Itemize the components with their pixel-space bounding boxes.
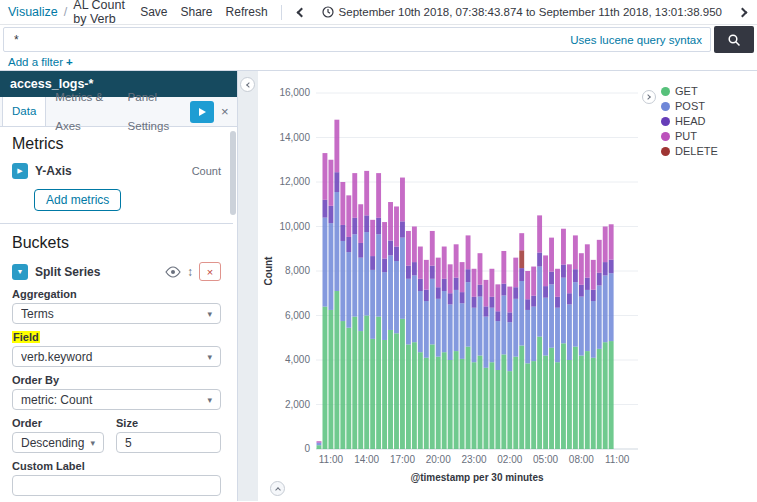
bar-segment-head[interactable] bbox=[364, 215, 369, 232]
bar-segment-get[interactable] bbox=[507, 371, 512, 449]
bar-segment-post[interactable] bbox=[364, 232, 369, 315]
bar-segment-put[interactable] bbox=[507, 287, 512, 313]
query-input-box[interactable]: Uses lucene query syntax bbox=[3, 27, 711, 52]
bar-segment-get[interactable] bbox=[466, 347, 471, 449]
bar-segment-head[interactable] bbox=[472, 297, 477, 308]
bar-segment-put[interactable] bbox=[382, 222, 387, 258]
bar-segment-post[interactable] bbox=[489, 308, 494, 363]
bar-segment-post[interactable] bbox=[585, 290, 590, 351]
bar-segment-put[interactable] bbox=[573, 235, 578, 269]
bar-segment-head[interactable] bbox=[567, 293, 572, 304]
bar-segment-post[interactable] bbox=[472, 308, 477, 363]
legend-item-delete[interactable]: DELETE bbox=[661, 145, 718, 157]
bar-segment-put[interactable] bbox=[597, 240, 602, 273]
bar-segment-get[interactable] bbox=[406, 344, 411, 449]
remove-bucket-button[interactable]: × bbox=[199, 262, 221, 281]
bar-segment-get[interactable] bbox=[513, 357, 518, 449]
bar-segment-head[interactable] bbox=[519, 268, 524, 281]
bar-segment-get[interactable] bbox=[567, 360, 572, 449]
bar-segment-put[interactable] bbox=[495, 284, 500, 311]
bar-segment-get[interactable] bbox=[364, 316, 369, 450]
bar-segment-head[interactable] bbox=[424, 290, 429, 301]
bar-segment-get[interactable] bbox=[489, 362, 494, 449]
bar-segment-put[interactable] bbox=[430, 231, 435, 266]
bar-segment-put[interactable] bbox=[376, 173, 381, 218]
bar-segment-put[interactable] bbox=[603, 227, 608, 263]
bar-segment-put[interactable] bbox=[424, 260, 429, 290]
bar-segment-get[interactable] bbox=[340, 321, 345, 449]
save-button[interactable]: Save bbox=[140, 5, 167, 19]
reorder-icon[interactable]: ↕ bbox=[187, 266, 193, 278]
bar-segment-head[interactable] bbox=[358, 243, 363, 258]
bar-segment-get[interactable] bbox=[525, 363, 530, 449]
collapse-editor-button[interactable] bbox=[240, 77, 255, 92]
bar-segment-head[interactable] bbox=[388, 241, 393, 256]
bar-segment-head[interactable] bbox=[501, 284, 506, 296]
bar-segment-put[interactable] bbox=[334, 120, 339, 173]
bar-segment-post[interactable] bbox=[424, 301, 429, 358]
legend-toggle-button[interactable] bbox=[642, 90, 656, 104]
bar-segment-get[interactable] bbox=[352, 317, 357, 449]
bar-segment-head[interactable] bbox=[460, 292, 465, 303]
bar-segment-head[interactable] bbox=[537, 253, 542, 267]
bar-segment-post[interactable] bbox=[579, 297, 584, 356]
bar-segment-post[interactable] bbox=[382, 272, 387, 340]
bar-segment-put[interactable] bbox=[412, 227, 417, 263]
bar-segment-head[interactable] bbox=[382, 259, 387, 273]
bar-segment-head[interactable] bbox=[322, 200, 327, 218]
order-select[interactable]: Descending ▾ bbox=[12, 432, 104, 453]
sidebar-scrollbar-thumb[interactable] bbox=[230, 131, 236, 215]
bar-segment-post[interactable] bbox=[436, 299, 441, 357]
bar-segment-put[interactable] bbox=[543, 255, 548, 286]
bar-segment-put[interactable] bbox=[537, 215, 542, 252]
bar-segment-get[interactable] bbox=[537, 337, 542, 449]
add-metrics-button[interactable]: Add metrics bbox=[34, 189, 121, 211]
bar-segment-post[interactable] bbox=[454, 290, 459, 351]
bar-segment-get[interactable] bbox=[317, 445, 322, 449]
bar-segment-head[interactable] bbox=[525, 299, 530, 310]
legend-item-head[interactable]: HEAD bbox=[661, 115, 718, 127]
bar-segment-get[interactable] bbox=[418, 352, 423, 449]
bar-segment-get[interactable] bbox=[519, 346, 524, 449]
bar-segment-put[interactable] bbox=[418, 247, 423, 279]
bar-segment-head[interactable] bbox=[352, 218, 357, 234]
bar-segment-head[interactable] bbox=[507, 312, 512, 322]
bar-segment-put[interactable] bbox=[442, 247, 447, 279]
query-input[interactable] bbox=[12, 32, 562, 48]
bar-segment-head[interactable] bbox=[448, 293, 453, 304]
y-axis-expand-button[interactable]: ▶ bbox=[12, 163, 28, 179]
bar-segment-head[interactable] bbox=[454, 278, 459, 290]
bar-segment-get[interactable] bbox=[382, 340, 387, 449]
scroll-up-button[interactable] bbox=[270, 481, 285, 496]
bar-segment-put[interactable] bbox=[460, 262, 465, 292]
bar-segment-put[interactable] bbox=[579, 253, 584, 285]
add-filter-button[interactable]: Add a filter+ bbox=[8, 56, 73, 68]
bar-segment-get[interactable] bbox=[358, 331, 363, 449]
bar-segment-head[interactable] bbox=[591, 290, 596, 301]
bar-segment-head[interactable] bbox=[549, 272, 554, 285]
bar-segment-head[interactable] bbox=[376, 218, 381, 234]
bar-segment-head[interactable] bbox=[585, 278, 590, 290]
bar-segment-get[interactable] bbox=[436, 357, 441, 449]
bar-segment-head[interactable] bbox=[478, 285, 483, 297]
search-button[interactable] bbox=[714, 26, 754, 53]
bar-segment-head[interactable] bbox=[489, 297, 494, 308]
bar-segment-post[interactable] bbox=[346, 252, 351, 328]
bar-segment-get[interactable] bbox=[388, 330, 393, 449]
bar-segment-put[interactable] bbox=[567, 264, 572, 293]
bar-segment-post[interactable] bbox=[543, 298, 548, 356]
bar-segment-get[interactable] bbox=[442, 352, 447, 449]
bar-segment-head[interactable] bbox=[573, 269, 578, 282]
bar-segment-get[interactable] bbox=[501, 354, 506, 449]
bar-segment-post[interactable] bbox=[370, 270, 375, 339]
bar-segment-put[interactable] bbox=[454, 244, 459, 277]
bar-segment-post[interactable] bbox=[507, 322, 512, 371]
bar-segment-head[interactable] bbox=[400, 221, 405, 237]
bar-segment-get[interactable] bbox=[579, 356, 584, 449]
bar-segment-head[interactable] bbox=[597, 273, 602, 286]
refresh-button[interactable]: Refresh bbox=[226, 5, 268, 19]
eye-icon[interactable] bbox=[165, 266, 181, 278]
bar-segment-put[interactable] bbox=[609, 224, 614, 259]
bar-segment-head[interactable] bbox=[412, 262, 417, 275]
bar-segment-get[interactable] bbox=[376, 317, 381, 449]
